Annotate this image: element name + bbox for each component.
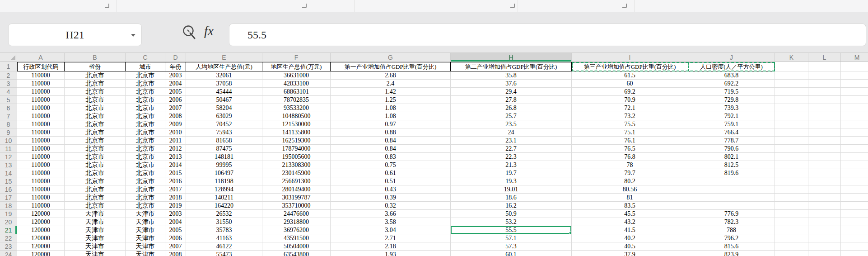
cell-m16[interactable]: [841, 185, 868, 194]
cell-i17[interactable]: 81: [572, 194, 688, 202]
cell-e4[interactable]: 45444: [186, 88, 262, 96]
cell-h23[interactable]: 57.3: [451, 242, 572, 251]
row-header-19[interactable]: 19: [0, 210, 17, 218]
cell-k5[interactable]: [775, 96, 808, 104]
cell-j11[interactable]: 790.6: [688, 145, 775, 153]
cell-c19[interactable]: 天津市: [126, 210, 165, 218]
cell-i13[interactable]: 78: [572, 161, 688, 169]
selected-cell-h21[interactable]: 55.5: [451, 226, 572, 234]
cell-a5[interactable]: 110000: [17, 96, 65, 104]
cell-k12[interactable]: [775, 153, 808, 161]
cell-c10[interactable]: 北京市: [126, 137, 165, 145]
cell-b9[interactable]: 北京市: [65, 128, 126, 137]
cell-m15[interactable]: [841, 177, 868, 185]
cell-m18[interactable]: [841, 202, 868, 210]
cell-i11[interactable]: 76.5: [572, 145, 688, 153]
cell-l18[interactable]: [808, 202, 841, 210]
cell-j15[interactable]: [688, 177, 775, 185]
cell-b22[interactable]: 天津市: [65, 234, 126, 242]
column-header-c[interactable]: C: [126, 53, 165, 62]
cell-j19[interactable]: 776.9: [688, 210, 775, 218]
cell-j20[interactable]: 782.3: [688, 218, 775, 226]
cell-g2[interactable]: 2.68: [331, 71, 451, 80]
cell-b8[interactable]: 北京市: [65, 120, 126, 128]
cell-k23[interactable]: [775, 242, 808, 251]
cell-b19[interactable]: 天津市: [65, 210, 126, 218]
cell-j8[interactable]: 759.1: [688, 120, 775, 128]
cell-c16[interactable]: 北京市: [126, 185, 165, 194]
cell-b5[interactable]: 北京市: [65, 96, 126, 104]
cell-g7[interactable]: 1.08: [331, 112, 451, 120]
cell-a9[interactable]: 110000: [17, 128, 65, 137]
cell-d21[interactable]: 2005: [165, 226, 186, 234]
column-header-i[interactable]: I: [572, 53, 688, 62]
cell-f3[interactable]: 42833100: [262, 80, 331, 88]
cell-l23[interactable]: [808, 242, 841, 251]
row-header-17[interactable]: 17: [0, 194, 17, 202]
cell-h4[interactable]: 29.4: [451, 88, 572, 96]
row-header-1[interactable]: 1: [0, 62, 17, 71]
cell-l12[interactable]: [808, 153, 841, 161]
cell-j13[interactable]: 812.5: [688, 161, 775, 169]
cell-f1[interactable]: 地区生产总值(万元): [262, 62, 331, 71]
cell-d24[interactable]: 2008: [165, 251, 186, 256]
cell-j12[interactable]: 802.1: [688, 153, 775, 161]
cell-c22[interactable]: 天津市: [126, 234, 165, 242]
cell-l22[interactable]: [808, 234, 841, 242]
cell-f21[interactable]: 36976200: [262, 226, 331, 234]
cell-h12[interactable]: 22.3: [451, 153, 572, 161]
formula-input[interactable]: 55.5: [229, 24, 866, 46]
cell-a3[interactable]: 110000: [17, 80, 65, 88]
cell-j22[interactable]: 796.2: [688, 234, 775, 242]
cell-e9[interactable]: 75943: [186, 128, 262, 137]
cell-g14[interactable]: 0.61: [331, 169, 451, 177]
cell-g4[interactable]: 1.42: [331, 88, 451, 96]
cell-k14[interactable]: [775, 169, 808, 177]
cell-a16[interactable]: 110000: [17, 185, 65, 194]
cell-d4[interactable]: 2005: [165, 88, 186, 96]
cell-k6[interactable]: [775, 104, 808, 112]
cell-d6[interactable]: 2007: [165, 104, 186, 112]
cell-a21[interactable]: 120000: [17, 226, 65, 234]
cell-i23[interactable]: 40.5: [572, 242, 688, 251]
cell-d22[interactable]: 2006: [165, 234, 186, 242]
cell-d2[interactable]: 2003: [165, 71, 186, 80]
cell-a2[interactable]: 110000: [17, 71, 65, 80]
cell-i6[interactable]: 72.1: [572, 104, 688, 112]
cell-l20[interactable]: [808, 218, 841, 226]
cell-b2[interactable]: 北京市: [65, 71, 126, 80]
cell-i9[interactable]: 75.1: [572, 128, 688, 137]
cell-b3[interactable]: 北京市: [65, 80, 126, 88]
cell-k7[interactable]: [775, 112, 808, 120]
column-header-f[interactable]: F: [262, 53, 331, 62]
row-header-12[interactable]: 12: [0, 153, 17, 161]
cell-g1[interactable]: 第一产业增加值占GDP比重(百分比): [331, 62, 451, 71]
cell-f17[interactable]: 303199787: [262, 194, 331, 202]
cell-l13[interactable]: [808, 161, 841, 169]
cell-k20[interactable]: [775, 218, 808, 226]
column-header-d[interactable]: D: [165, 53, 186, 62]
row-header-16[interactable]: 16: [0, 185, 17, 194]
cell-i2[interactable]: 61.5: [572, 71, 688, 80]
cell-m5[interactable]: [841, 96, 868, 104]
cell-m3[interactable]: [841, 80, 868, 88]
cell-b11[interactable]: 北京市: [65, 145, 126, 153]
cell-e5[interactable]: 50467: [186, 96, 262, 104]
cell-j9[interactable]: 766.4: [688, 128, 775, 137]
cell-j10[interactable]: 778.7: [688, 137, 775, 145]
cell-k19[interactable]: [775, 210, 808, 218]
cell-g21[interactable]: 3.04: [331, 226, 451, 234]
cell-d3[interactable]: 2004: [165, 80, 186, 88]
cell-a8[interactable]: 110000: [17, 120, 65, 128]
cell-e21[interactable]: 35783: [186, 226, 262, 234]
cell-g6[interactable]: 1.08: [331, 104, 451, 112]
cell-j18[interactable]: [688, 202, 775, 210]
cell-d15[interactable]: 2016: [165, 177, 186, 185]
column-header-e[interactable]: E: [186, 53, 262, 62]
name-box[interactable]: H21: [8, 24, 142, 46]
cell-b13[interactable]: 北京市: [65, 161, 126, 169]
cell-i18[interactable]: 83.5: [572, 202, 688, 210]
dialog-launcher-icon[interactable]: [622, 4, 627, 8]
cell-i22[interactable]: 40.2: [572, 234, 688, 242]
cell-b14[interactable]: 北京市: [65, 169, 126, 177]
